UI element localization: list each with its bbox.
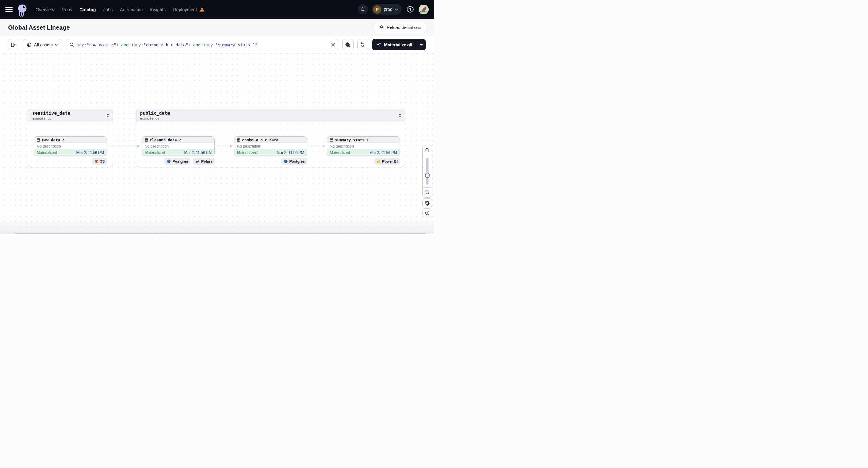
materialize-options-button[interactable] — [417, 39, 426, 50]
polars-icon — [195, 160, 200, 163]
question-icon: ? — [406, 5, 414, 13]
asset-scope-selector[interactable]: All assets — [23, 39, 62, 50]
asset-name: combo_a_b_c_data — [242, 137, 278, 142]
asset-node-summary-stats-1[interactable]: summary_stats_1 No description Materiali… — [327, 136, 400, 156]
asset-description: No description — [234, 143, 307, 149]
zoom-slider[interactable] — [423, 155, 432, 187]
refresh-icon — [360, 42, 365, 47]
menu-icon[interactable] — [5, 7, 13, 12]
collapse-group-icon[interactable] — [399, 114, 401, 119]
top-navigation-bar: Overview Runs Catalog Jobs Automation In… — [0, 0, 434, 19]
asset-description: No description — [142, 143, 214, 149]
materialization-timestamp: Mar 2, 11:56 PM — [277, 151, 304, 155]
zoom-in-icon — [425, 148, 430, 153]
svg-text:?: ? — [409, 7, 411, 12]
group-name: public_data — [140, 111, 401, 117]
reload-definitions-button[interactable]: Reload definitions — [375, 22, 426, 33]
zoom-in-button[interactable] — [423, 146, 432, 155]
kind-tag-label: Postgres — [289, 159, 305, 163]
kind-tag-postgres[interactable]: Postgres — [164, 158, 190, 165]
asset-description: No description — [327, 143, 400, 149]
group-header-public-data[interactable]: public_data example_co — [136, 109, 405, 122]
asset-name: summary_stats_1 — [335, 137, 369, 142]
kind-tag-postgres[interactable]: Postgres — [281, 158, 307, 165]
zoom-slider-track[interactable] — [426, 158, 428, 185]
clear-query-button[interactable] — [331, 43, 335, 47]
view-global-lineage-button[interactable] — [342, 39, 353, 50]
open-side-panel-button[interactable] — [8, 39, 19, 50]
search-icon — [69, 42, 74, 47]
asset-selection-input[interactable]: key:"raw_data_c"+ and +key:"combo_a_b_c_… — [66, 39, 339, 50]
table-icon — [145, 138, 148, 142]
kind-tag-polars[interactable]: Polars — [193, 158, 215, 165]
nav-automation[interactable]: Automation — [120, 7, 143, 12]
help-button[interactable]: ? — [405, 4, 415, 14]
kind-tag-powerbi[interactable]: Power BI — [374, 158, 400, 165]
bottom-edge-divider — [15, 233, 426, 234]
group-repo-label: example_co — [140, 117, 401, 120]
asset-node-raw-data-c[interactable]: raw_data_c No description Materialized M… — [34, 136, 107, 156]
edge-combo-to-summary — [309, 146, 323, 146]
zoom-out-icon — [425, 190, 430, 195]
nav-insights[interactable]: Insights — [150, 7, 166, 12]
nav-catalog[interactable]: Catalog — [80, 7, 96, 12]
nav-jobs[interactable]: Jobs — [103, 7, 113, 12]
asset-node-combo-a-b-c-data[interactable]: combo_a_b_c_data No description Material… — [234, 136, 307, 156]
table-icon — [330, 138, 333, 142]
materialization-timestamp: Mar 2, 11:56 PM — [76, 151, 104, 155]
kind-tag-label: Postgres — [173, 159, 188, 163]
materialize-all-split-button: Materialize all — [372, 39, 426, 50]
download-icon — [425, 211, 430, 215]
page-header: Global Asset Lineage Reload definitions — [0, 19, 434, 36]
materialization-timestamp: Mar 2, 11:56 PM — [370, 151, 397, 155]
graph-settings-button[interactable] — [422, 198, 432, 208]
user-avatar[interactable] — [418, 4, 429, 14]
group-repo-label: example_co — [32, 117, 108, 120]
download-image-button[interactable] — [422, 209, 432, 217]
table-icon — [37, 138, 40, 142]
zoom-slider-handle[interactable] — [425, 173, 430, 178]
powerbi-icon — [377, 159, 381, 163]
page-title: Global Asset Lineage — [8, 24, 70, 31]
environment-switcher[interactable]: P prod — [372, 4, 402, 15]
asset-name: cleaned_data_c — [150, 137, 181, 142]
panel-expand-icon — [11, 43, 17, 47]
status-badge: Materialized — [237, 151, 257, 155]
reload-definitions-label: Reload definitions — [387, 25, 421, 30]
search-icon — [361, 7, 365, 12]
asset-lineage-canvas[interactable]: sensitive_data example_co public_data ex… — [0, 53, 434, 234]
environment-name: prod — [384, 7, 393, 12]
refresh-button[interactable] — [357, 39, 368, 50]
chevron-down-icon — [395, 8, 398, 10]
group-header-sensitive-data[interactable]: sensitive_data example_co — [28, 109, 113, 122]
asset-node-cleaned-data-c[interactable]: cleaned_data_c No description Materializ… — [142, 136, 215, 156]
status-badge: Materialized — [37, 151, 57, 155]
chevron-down-icon — [55, 44, 58, 46]
collapse-group-icon[interactable] — [106, 114, 109, 119]
kind-tag-label: S3 — [100, 159, 104, 163]
reload-cube-icon — [379, 25, 384, 30]
nav-runs[interactable]: Runs — [62, 7, 72, 12]
nav-deployment[interactable]: Deployment — [173, 7, 197, 12]
zoom-controls — [422, 145, 432, 197]
globe-plus-icon — [345, 42, 350, 48]
postgres-icon — [284, 159, 288, 163]
asset-selection-query: key:"raw_data_c"+ and +key:"combo_a_b_c_… — [76, 42, 329, 47]
lineage-toolbar: All assets key:"raw_data_c"+ and +key:"c… — [0, 36, 434, 53]
asset-description: No description — [34, 143, 106, 149]
dagster-logo-icon[interactable] — [17, 3, 28, 20]
materialize-all-label: Materialize all — [384, 42, 412, 47]
materialize-all-button[interactable]: Materialize all — [372, 39, 416, 50]
postgres-icon — [167, 159, 171, 163]
status-badge: Materialized — [330, 151, 350, 155]
kind-tag-s3[interactable]: S3 — [92, 158, 107, 165]
zoom-out-button[interactable] — [423, 187, 432, 197]
materialization-timestamp: Mar 2, 11:56 PM — [184, 151, 212, 155]
s3-bucket-icon — [95, 159, 98, 163]
environment-avatar: P — [373, 5, 381, 13]
asset-scope-label: All assets — [34, 42, 53, 47]
edge-cleaned-to-combo — [217, 146, 230, 146]
nav-overview[interactable]: Overview — [35, 7, 55, 12]
edge-raw-to-cleaned — [109, 146, 137, 146]
global-search-button[interactable] — [358, 4, 368, 14]
